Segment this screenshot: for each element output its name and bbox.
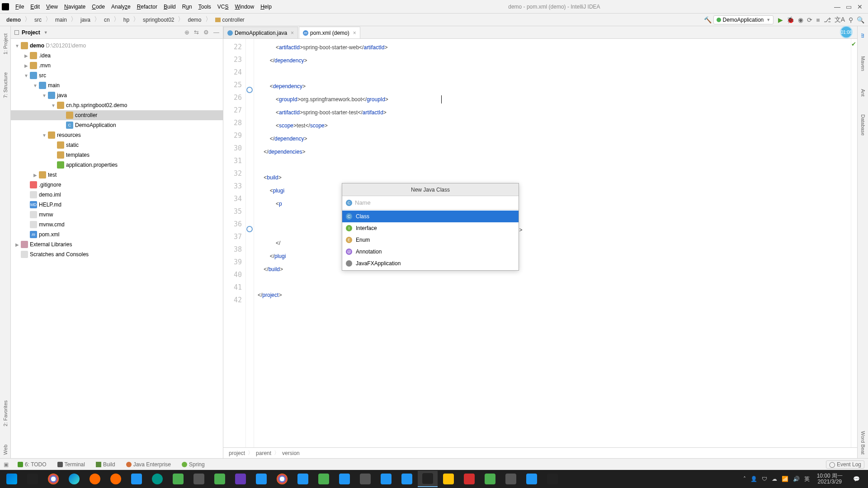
tree-item[interactable]: Scratches and Consoles: [11, 249, 223, 259]
menu-view[interactable]: View: [43, 2, 61, 12]
tree-item[interactable]: ▼cn.hp.springboot02.demo: [11, 100, 223, 110]
breadcrumb-item[interactable]: hp: [121, 16, 132, 24]
tree-item[interactable]: ▼src: [11, 70, 223, 80]
taskbar-item[interactable]: [64, 471, 84, 487]
breadcrumb-item[interactable]: controller: [212, 16, 247, 24]
breadcrumb-item[interactable]: demo: [185, 16, 204, 24]
editor-breadcrumb-item[interactable]: project: [229, 450, 245, 456]
taskbar-item[interactable]: [355, 471, 375, 487]
presentation-timer[interactable]: 01:08: [840, 26, 853, 38]
tree-item[interactable]: templates: [11, 150, 223, 160]
taskbar-item[interactable]: [459, 471, 479, 487]
tray-people-icon[interactable]: 👤: [750, 476, 757, 482]
menu-run[interactable]: Run: [179, 2, 195, 12]
tree-item[interactable]: mpom.xml: [11, 230, 223, 239]
find-everywhere-icon[interactable]: 🔍: [857, 16, 864, 23]
popup-item-class[interactable]: CClass: [342, 211, 519, 222]
editor-body[interactable]: 2223242526272829303132333435363738394041…: [223, 39, 857, 447]
taskbar-item[interactable]: [293, 471, 313, 487]
tray-chevron-icon[interactable]: ˄: [743, 476, 746, 482]
tree-item[interactable]: ▶test: [11, 170, 223, 180]
tree-item[interactable]: CDemoApplication: [11, 120, 223, 130]
menu-navigate[interactable]: Navigate: [61, 2, 88, 12]
taskbar-item[interactable]: [522, 471, 542, 487]
taskbar-item[interactable]: [376, 471, 396, 487]
tool-tab-web[interactable]: Web: [2, 441, 9, 458]
editor-minimap[interactable]: ✔: [851, 39, 857, 447]
tool-tab-spring[interactable]: Spring: [180, 460, 207, 469]
taskbar-item[interactable]: [189, 471, 209, 487]
system-tray[interactable]: ˄ 👤 🛡 ☁ 📶 🔊 英: [740, 475, 813, 483]
override-gutter-icon[interactable]: [246, 226, 253, 232]
tool-tab-maven-icon[interactable]: m: [859, 30, 867, 42]
event-log-button[interactable]: ◯Event Log: [826, 460, 864, 469]
tree-item-controller[interactable]: controller: [11, 110, 223, 120]
tree-item[interactable]: ▼java: [11, 90, 223, 100]
breadcrumb-item[interactable]: src: [32, 16, 44, 24]
menu-edit[interactable]: Edit: [28, 2, 42, 12]
debug-icon[interactable]: 🐞: [787, 16, 794, 23]
popup-item-annotation[interactable]: @Annotation: [342, 246, 519, 258]
override-gutter-icon[interactable]: [246, 87, 253, 93]
tray-icon[interactable]: 📶: [782, 476, 788, 482]
taskbar-item[interactable]: [23, 471, 42, 487]
tree-item[interactable]: ▼main: [11, 80, 223, 90]
notification-center[interactable]: 💬: [846, 471, 866, 487]
tool-tab-wordbeat[interactable]: Word Beat: [859, 427, 867, 458]
menu-vcs[interactable]: VCS: [215, 2, 231, 12]
breadcrumb-item[interactable]: java: [78, 16, 93, 24]
tree-item[interactable]: .gitignore: [11, 180, 223, 190]
inspection-ok-icon[interactable]: ✔: [851, 41, 856, 47]
tool-tab-java-ee[interactable]: Java Enterprise: [124, 460, 173, 469]
popup-item-interface[interactable]: IInterface: [342, 222, 519, 234]
profiler-icon[interactable]: ⟳: [807, 16, 812, 23]
taskbar-item-intellij[interactable]: [418, 471, 438, 487]
menu-file[interactable]: File: [13, 2, 27, 12]
tree-item[interactable]: demo.iml: [11, 190, 223, 200]
editor-tab[interactable]: DemoApplication.java ×: [223, 27, 298, 38]
taskbar-item[interactable]: [210, 471, 230, 487]
tray-volume-icon[interactable]: 🔊: [793, 476, 800, 482]
build-icon[interactable]: 🔨: [704, 16, 712, 23]
taskbar-item[interactable]: [314, 471, 334, 487]
tree-item[interactable]: ▶.idea: [11, 51, 223, 61]
tree-root[interactable]: ▼demo D:\201201\demo: [11, 41, 223, 51]
class-name-input[interactable]: [355, 199, 515, 206]
menu-tools[interactable]: Tools: [196, 2, 214, 12]
taskbar-clock[interactable]: 10:00 周一 2021/3/29: [814, 473, 845, 485]
tool-tab-build[interactable]: Build: [94, 460, 117, 469]
tool-tab-project[interactable]: 1: Project: [2, 30, 9, 58]
tool-tab-maven[interactable]: Maven: [859, 52, 867, 75]
run-icon[interactable]: ▶: [778, 16, 783, 23]
tree-item[interactable]: ▶External Libraries: [11, 239, 223, 249]
stop-icon[interactable]: ■: [816, 16, 820, 23]
menu-build[interactable]: Build: [161, 2, 179, 12]
coverage-icon[interactable]: ◉: [798, 16, 803, 23]
locate-icon[interactable]: ⊕: [184, 29, 189, 36]
tree-item[interactable]: application.properties: [11, 160, 223, 170]
tree-item[interactable]: mvnw.cmd: [11, 220, 223, 230]
vcs-icon[interactable]: ⎇: [824, 16, 831, 23]
tool-tab-ant[interactable]: Ant: [859, 85, 867, 100]
menu-help[interactable]: Help: [258, 2, 274, 12]
menu-analyze[interactable]: Analyze: [108, 2, 133, 12]
tree-item[interactable]: static: [11, 140, 223, 150]
popup-item-enum[interactable]: EEnum: [342, 234, 519, 246]
taskbar-item[interactable]: [127, 471, 146, 487]
taskbar-item[interactable]: [85, 471, 105, 487]
taskbar-item[interactable]: [397, 471, 417, 487]
search-icon[interactable]: ⚲: [849, 16, 853, 23]
tool-tab-database[interactable]: Database: [859, 111, 867, 139]
tool-tab-todo[interactable]: 6: TODO: [16, 460, 48, 469]
close-tab-icon[interactable]: ×: [291, 30, 294, 36]
tree-item[interactable]: ▼resources: [11, 130, 223, 140]
breadcrumb-item[interactable]: demo: [4, 16, 24, 24]
chevron-down-icon[interactable]: ▼: [44, 30, 48, 35]
taskbar-item[interactable]: [501, 471, 521, 487]
taskbar-item[interactable]: [439, 471, 458, 487]
editor-breadcrumb-item[interactable]: version: [282, 450, 300, 456]
editor-breadcrumb-item[interactable]: parent: [256, 450, 271, 456]
breadcrumb-item[interactable]: main: [52, 16, 70, 24]
breadcrumb-item[interactable]: cn: [101, 16, 113, 24]
tree-item[interactable]: ▶.mvn: [11, 61, 223, 70]
